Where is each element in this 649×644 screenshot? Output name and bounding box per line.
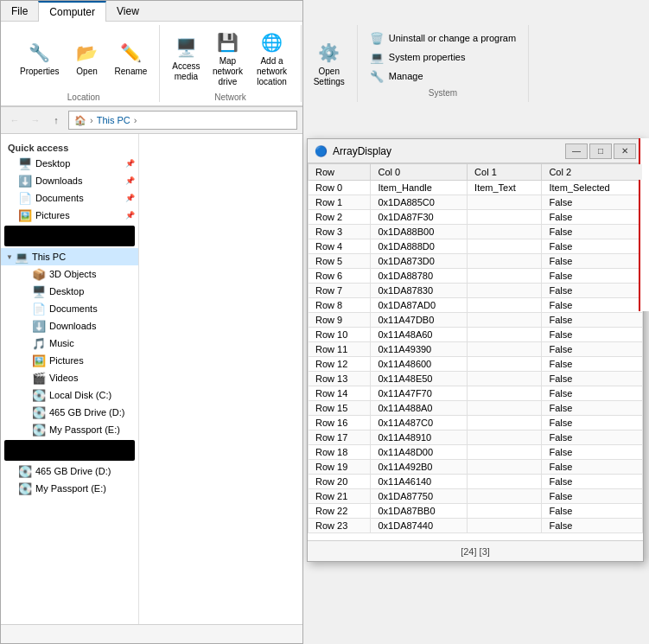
tab-view[interactable]: View: [106, 1, 150, 21]
properties-button[interactable]: 🔧 Properties: [15, 35, 65, 80]
sidebar-item-desktop-qa[interactable]: 🖥️ Desktop 📌: [1, 155, 138, 172]
close-button[interactable]: ✕: [614, 143, 636, 159]
sidebar-item-desktop-pc[interactable]: 🖥️ Desktop: [1, 283, 138, 300]
465gb-label: 465 GB Drive (D:): [49, 407, 124, 418]
my-passport-b-label: My Passport (E:): [35, 483, 106, 494]
ribbon-group-open: ⚙️ Open Settings: [302, 25, 358, 102]
open-button[interactable]: 📂 Open: [68, 35, 106, 80]
sidebar-item-pictures-pc[interactable]: 🖼️ Pictures: [1, 352, 138, 369]
table-row[interactable]: Row 100x11A48A60False: [309, 328, 643, 342]
sidebar-item-local-disk[interactable]: 💽 Local Disk (C:): [1, 386, 138, 404]
table-row[interactable]: Row 190x11A492B0False: [309, 460, 643, 475]
tab-file[interactable]: File: [1, 1, 38, 21]
cell-8-0: Row 8: [309, 298, 371, 313]
cell-0-1: Item_Handle: [371, 181, 468, 195]
sidebar-item-videos[interactable]: 🎬 Videos: [1, 369, 138, 386]
col-header-row[interactable]: Row: [309, 164, 371, 181]
table-row[interactable]: Row 20x1DA87F30False: [309, 210, 643, 225]
table-row[interactable]: Row 180x11A48D00False: [309, 445, 643, 460]
sidebar-item-my-passport[interactable]: 💽 My Passport (E:): [1, 421, 138, 438]
quick-access-header: Quick access: [1, 137, 138, 155]
window-status-text: [24] [3]: [461, 546, 490, 557]
table-row[interactable]: Row 130x11A48E50False: [309, 372, 643, 386]
uninstall-button[interactable]: 🗑️ Uninstall or change a program: [365, 29, 521, 47]
sidebar-item-pictures-qa[interactable]: 🖼️ Pictures 📌: [1, 207, 138, 224]
table-row[interactable]: Row 70x1DA87830False: [309, 284, 643, 298]
rename-button[interactable]: ✏️ Rename: [110, 35, 153, 80]
sidebar-item-465gb[interactable]: 💽 465 GB Drive (D:): [1, 404, 138, 421]
table-row[interactable]: Row 210x1DA87750False: [309, 489, 643, 504]
my-passport-b-icon: 💽: [18, 481, 32, 495]
table-row[interactable]: Row 90x11A47DB0False: [309, 313, 643, 328]
local-disk-label: Local Disk (C:): [49, 390, 111, 400]
table-row[interactable]: Row 30x1DA88B00False: [309, 225, 643, 239]
table-row[interactable]: Row 200x11A46140False: [309, 475, 643, 489]
manage-button[interactable]: 🔧 Manage: [365, 67, 521, 85]
cell-6-2: [468, 269, 542, 284]
sidebar-item-documents-pc[interactable]: 📄 Documents: [1, 300, 138, 317]
cell-23-2: [468, 519, 542, 533]
cell-12-1: 0x11A48600: [371, 357, 468, 372]
cell-11-1: 0x11A49390: [371, 342, 468, 357]
table-row[interactable]: Row 80x1DA87AD0False: [309, 298, 643, 313]
cell-19-1: 0x11A492B0: [371, 460, 468, 475]
minimize-button[interactable]: —: [565, 143, 588, 159]
settings-icon: ⚙️: [315, 39, 343, 67]
table-row[interactable]: Row 40x1DA888D0False: [309, 239, 643, 254]
cell-7-1: 0x1DA87830: [371, 284, 468, 298]
table-row[interactable]: Row 120x11A48600False: [309, 357, 643, 372]
col-header-col1[interactable]: Col 1: [468, 164, 542, 181]
sidebar-item-downloads-qa[interactable]: ⬇️ Downloads 📌: [1, 172, 138, 189]
sidebar-item-documents-qa[interactable]: 📄 Documents 📌: [1, 189, 138, 207]
3d-objects-icon: 📦: [32, 267, 46, 281]
cell-6-0: Row 6: [309, 269, 371, 284]
add-network-button[interactable]: 🌐 Add a network location: [250, 25, 293, 91]
tab-computer[interactable]: Computer: [38, 1, 106, 22]
address-this-pc[interactable]: This PC: [97, 115, 130, 125]
sidebar-item-this-pc[interactable]: ▼ 💻 This PC: [1, 248, 138, 265]
sidebar-item-music[interactable]: 🎵 Music: [1, 335, 138, 352]
cell-15-3: False: [542, 401, 643, 416]
col-header-col0[interactable]: Col 0: [371, 164, 468, 181]
sidebar-item-3d-objects[interactable]: 📦 3D Objects: [1, 265, 138, 283]
up-button[interactable]: ↑: [48, 112, 65, 129]
col-header-col2[interactable]: Col 2: [542, 164, 643, 181]
window-controls: — □ ✕: [565, 143, 636, 159]
grid-container[interactable]: Row Col 0 Col 1 Col 2 Row 0Item_HandleIt…: [308, 163, 643, 540]
documents-qa-icon: 📄: [18, 191, 32, 205]
sidebar-item-my-passport-b[interactable]: 💽 My Passport (E:): [1, 480, 138, 497]
access-media-button[interactable]: 🖥️ Access media: [167, 30, 205, 86]
table-row[interactable]: Row 140x11A47F70False: [309, 386, 643, 401]
table-row[interactable]: Row 150x11A488A0False: [309, 401, 643, 416]
cell-10-0: Row 10: [309, 328, 371, 342]
table-row[interactable]: Row 230x1DA87440False: [309, 519, 643, 533]
cell-22-3: False: [542, 504, 643, 519]
forward-button[interactable]: →: [27, 112, 44, 129]
table-row[interactable]: Row 110x11A49390False: [309, 342, 643, 357]
cell-17-0: Row 17: [309, 430, 371, 445]
desktop-qa-label: Desktop: [35, 158, 70, 169]
table-row[interactable]: Row 0Item_HandleItem_TextItem_Selected: [309, 181, 643, 195]
address-bar: ← → ↑ 🏠 › This PC ›: [1, 107, 302, 134]
table-row[interactable]: Row 60x1DA88780False: [309, 269, 643, 284]
system-props-button[interactable]: 💻 System properties: [365, 48, 521, 66]
maximize-button[interactable]: □: [589, 143, 612, 159]
cell-14-1: 0x11A47F70: [371, 386, 468, 401]
music-icon: 🎵: [32, 336, 46, 350]
tree-pane[interactable]: Quick access 🖥️ Desktop 📌 ⬇️ Downloads 📌…: [1, 134, 139, 624]
cell-1-1: 0x1DA885C0: [371, 195, 468, 210]
cell-4-0: Row 4: [309, 239, 371, 254]
table-row[interactable]: Row 10x1DA885C0False: [309, 195, 643, 210]
cell-18-0: Row 18: [309, 445, 371, 460]
back-button[interactable]: ←: [6, 112, 23, 129]
address-field[interactable]: 🏠 › This PC ›: [68, 111, 297, 130]
table-row[interactable]: Row 220x1DA87BB0False: [309, 504, 643, 519]
sidebar-item-465gb-b[interactable]: 💽 465 GB Drive (D:): [1, 462, 138, 480]
table-row[interactable]: Row 50x1DA873D0False: [309, 254, 643, 269]
table-row[interactable]: Row 170x11A48910False: [309, 430, 643, 445]
open-settings-button[interactable]: ⚙️ Open Settings: [309, 35, 350, 91]
map-network-button[interactable]: 💾 Map network drive: [208, 25, 246, 91]
sidebar-item-downloads-pc[interactable]: ⬇️ Downloads: [1, 317, 138, 335]
expand-this-pc[interactable]: ▼: [4, 252, 15, 262]
table-row[interactable]: Row 160x11A487C0False: [309, 416, 643, 430]
